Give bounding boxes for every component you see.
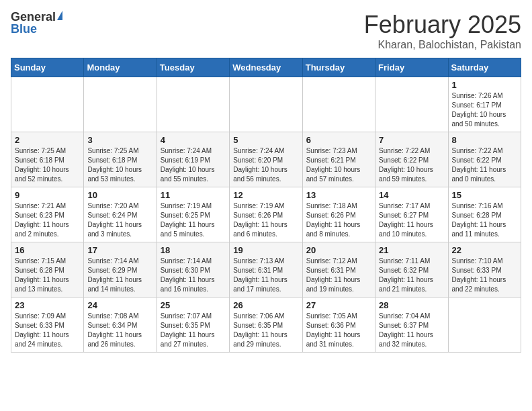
- day-number: 18: [161, 245, 226, 255]
- day-info: Sunrise: 7:22 AM Sunset: 6:22 PM Dayligh…: [379, 146, 444, 184]
- calendar-week-row: 2Sunrise: 7:25 AM Sunset: 6:18 PM Daylig…: [11, 132, 521, 187]
- day-info: Sunrise: 7:09 AM Sunset: 6:33 PM Dayligh…: [15, 312, 80, 349]
- day-number: 11: [161, 190, 226, 200]
- day-info: Sunrise: 7:16 AM Sunset: 6:28 PM Dayligh…: [452, 201, 517, 239]
- day-info: Sunrise: 7:05 AM Sunset: 6:36 PM Dayligh…: [306, 312, 371, 349]
- day-number: 8: [452, 135, 517, 145]
- calendar-cell: [448, 298, 521, 353]
- day-info: Sunrise: 7:17 AM Sunset: 6:27 PM Dayligh…: [379, 201, 444, 239]
- calendar-cell: 26Sunrise: 7:06 AM Sunset: 6:35 PM Dayli…: [230, 298, 302, 353]
- calendar-cell: 4Sunrise: 7:24 AM Sunset: 6:19 PM Daylig…: [157, 132, 229, 187]
- day-number: 9: [15, 190, 80, 200]
- calendar-cell: 24Sunrise: 7:08 AM Sunset: 6:34 PM Dayli…: [84, 298, 157, 353]
- day-info: Sunrise: 7:21 AM Sunset: 6:23 PM Dayligh…: [15, 201, 80, 239]
- day-info: Sunrise: 7:19 AM Sunset: 6:26 PM Dayligh…: [233, 201, 298, 239]
- day-info: Sunrise: 7:24 AM Sunset: 6:20 PM Dayligh…: [233, 146, 298, 184]
- day-info: Sunrise: 7:11 AM Sunset: 6:32 PM Dayligh…: [379, 257, 444, 294]
- day-number: 7: [379, 135, 444, 145]
- calendar-cell: 16Sunrise: 7:15 AM Sunset: 6:28 PM Dayli…: [11, 242, 84, 298]
- day-number: 2: [15, 135, 80, 145]
- calendar-cell: 12Sunrise: 7:19 AM Sunset: 6:26 PM Dayli…: [230, 187, 302, 242]
- day-info: Sunrise: 7:13 AM Sunset: 6:31 PM Dayligh…: [233, 257, 298, 294]
- day-number: 12: [233, 190, 298, 200]
- logo: General Blue: [11, 11, 62, 35]
- calendar-table: SundayMondayTuesdayWednesdayThursdayFrid…: [11, 58, 521, 353]
- day-info: Sunrise: 7:14 AM Sunset: 6:30 PM Dayligh…: [161, 257, 226, 294]
- title-block: February 2025 Kharan, Balochistan, Pakis…: [364, 11, 521, 51]
- day-info: Sunrise: 7:25 AM Sunset: 6:18 PM Dayligh…: [87, 146, 152, 184]
- calendar-cell: 28Sunrise: 7:04 AM Sunset: 6:37 PM Dayli…: [375, 298, 448, 353]
- day-info: Sunrise: 7:26 AM Sunset: 6:17 PM Dayligh…: [452, 91, 517, 129]
- day-number: 16: [15, 245, 80, 255]
- day-header-thursday: Thursday: [302, 58, 375, 77]
- day-header-friday: Friday: [375, 58, 448, 77]
- calendar-cell: 9Sunrise: 7:21 AM Sunset: 6:23 PM Daylig…: [11, 187, 84, 242]
- day-info: Sunrise: 7:22 AM Sunset: 6:22 PM Dayligh…: [452, 146, 517, 184]
- day-info: Sunrise: 7:06 AM Sunset: 6:35 PM Dayligh…: [233, 312, 298, 349]
- calendar-cell: 20Sunrise: 7:12 AM Sunset: 6:31 PM Dayli…: [302, 242, 375, 298]
- day-number: 22: [452, 245, 517, 255]
- day-number: 20: [306, 245, 371, 255]
- calendar-cell: 8Sunrise: 7:22 AM Sunset: 6:22 PM Daylig…: [448, 132, 521, 187]
- day-info: Sunrise: 7:12 AM Sunset: 6:31 PM Dayligh…: [306, 257, 371, 294]
- calendar-cell: 10Sunrise: 7:20 AM Sunset: 6:24 PM Dayli…: [84, 187, 157, 242]
- day-number: 17: [87, 245, 152, 255]
- day-number: 23: [15, 300, 80, 310]
- day-header-wednesday: Wednesday: [230, 58, 302, 77]
- calendar-cell: 17Sunrise: 7:14 AM Sunset: 6:29 PM Dayli…: [84, 242, 157, 298]
- day-number: 15: [452, 190, 517, 200]
- day-number: 13: [306, 190, 371, 200]
- day-header-sunday: Sunday: [11, 58, 84, 77]
- calendar-cell: 19Sunrise: 7:13 AM Sunset: 6:31 PM Dayli…: [230, 242, 302, 298]
- day-header-monday: Monday: [84, 58, 157, 77]
- day-info: Sunrise: 7:20 AM Sunset: 6:24 PM Dayligh…: [87, 201, 152, 239]
- calendar-cell: [157, 77, 229, 132]
- day-number: 26: [233, 300, 298, 310]
- day-number: 3: [87, 135, 152, 145]
- calendar-header-row: SundayMondayTuesdayWednesdayThursdayFrid…: [11, 58, 521, 77]
- calendar-week-row: 23Sunrise: 7:09 AM Sunset: 6:33 PM Dayli…: [11, 298, 521, 353]
- logo-blue-text: Blue: [11, 23, 37, 35]
- day-number: 27: [306, 300, 371, 310]
- day-number: 21: [379, 245, 444, 255]
- location-subtitle: Kharan, Balochistan, Pakistan: [364, 39, 521, 51]
- calendar-cell: 13Sunrise: 7:18 AM Sunset: 6:26 PM Dayli…: [302, 187, 375, 242]
- calendar-cell: 14Sunrise: 7:17 AM Sunset: 6:27 PM Dayli…: [375, 187, 448, 242]
- calendar-cell: [302, 77, 375, 132]
- day-info: Sunrise: 7:23 AM Sunset: 6:21 PM Dayligh…: [306, 146, 371, 184]
- calendar-cell: 11Sunrise: 7:19 AM Sunset: 6:25 PM Dayli…: [157, 187, 229, 242]
- day-number: 10: [87, 190, 152, 200]
- calendar-cell: 5Sunrise: 7:24 AM Sunset: 6:20 PM Daylig…: [230, 132, 302, 187]
- day-number: 28: [379, 300, 444, 310]
- calendar-cell: 6Sunrise: 7:23 AM Sunset: 6:21 PM Daylig…: [302, 132, 375, 187]
- day-info: Sunrise: 7:24 AM Sunset: 6:19 PM Dayligh…: [161, 146, 226, 184]
- calendar-cell: 18Sunrise: 7:14 AM Sunset: 6:30 PM Dayli…: [157, 242, 229, 298]
- day-number: 4: [161, 135, 226, 145]
- day-info: Sunrise: 7:04 AM Sunset: 6:37 PM Dayligh…: [379, 312, 444, 349]
- day-info: Sunrise: 7:15 AM Sunset: 6:28 PM Dayligh…: [15, 257, 80, 294]
- page-header: General Blue February 2025 Kharan, Baloc…: [11, 11, 521, 51]
- day-header-saturday: Saturday: [448, 58, 521, 77]
- calendar-cell: [11, 77, 84, 132]
- day-number: 24: [87, 300, 152, 310]
- calendar-cell: [375, 77, 448, 132]
- day-number: 1: [452, 80, 517, 90]
- day-info: Sunrise: 7:14 AM Sunset: 6:29 PM Dayligh…: [87, 257, 152, 294]
- logo-general-text: General: [11, 11, 56, 23]
- day-number: 6: [306, 135, 371, 145]
- day-number: 25: [161, 300, 226, 310]
- calendar-week-row: 9Sunrise: 7:21 AM Sunset: 6:23 PM Daylig…: [11, 187, 521, 242]
- calendar-cell: 23Sunrise: 7:09 AM Sunset: 6:33 PM Dayli…: [11, 298, 84, 353]
- calendar-cell: 2Sunrise: 7:25 AM Sunset: 6:18 PM Daylig…: [11, 132, 84, 187]
- day-header-tuesday: Tuesday: [157, 58, 229, 77]
- calendar-cell: 27Sunrise: 7:05 AM Sunset: 6:36 PM Dayli…: [302, 298, 375, 353]
- day-info: Sunrise: 7:25 AM Sunset: 6:18 PM Dayligh…: [15, 146, 80, 184]
- day-info: Sunrise: 7:19 AM Sunset: 6:25 PM Dayligh…: [161, 201, 226, 239]
- day-info: Sunrise: 7:18 AM Sunset: 6:26 PM Dayligh…: [306, 201, 371, 239]
- calendar-cell: 7Sunrise: 7:22 AM Sunset: 6:22 PM Daylig…: [375, 132, 448, 187]
- calendar-cell: [230, 77, 302, 132]
- day-info: Sunrise: 7:08 AM Sunset: 6:34 PM Dayligh…: [87, 312, 152, 349]
- logo-triangle-icon: [57, 11, 62, 20]
- calendar-week-row: 1Sunrise: 7:26 AM Sunset: 6:17 PM Daylig…: [11, 77, 521, 132]
- calendar-cell: [84, 77, 157, 132]
